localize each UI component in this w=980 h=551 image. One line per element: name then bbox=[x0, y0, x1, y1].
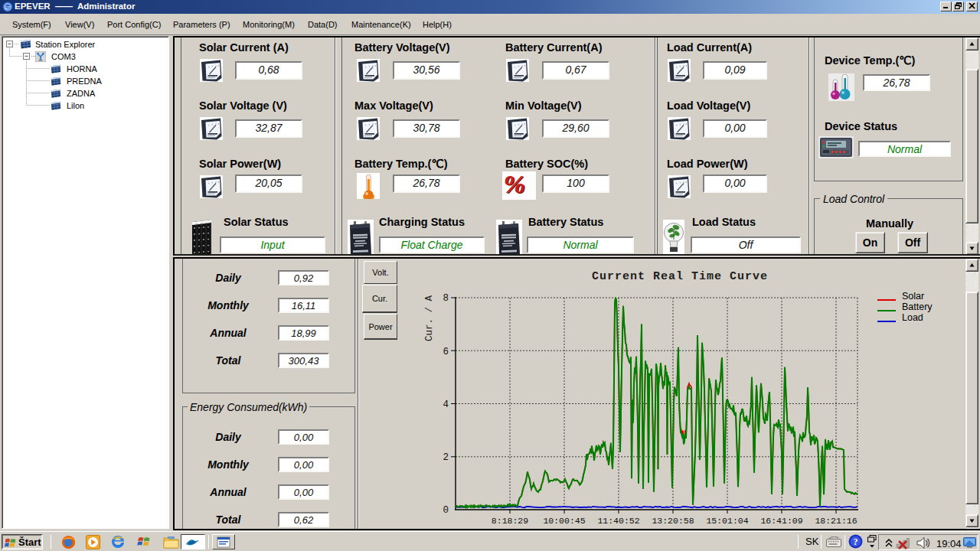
svg-text:16:41:09: 16:41:09 bbox=[760, 516, 802, 526]
svg-text:0: 0 bbox=[443, 505, 449, 516]
svg-text:18:21:16: 18:21:16 bbox=[815, 516, 857, 526]
svg-text:eP: eP bbox=[189, 540, 194, 545]
svg-text:4: 4 bbox=[443, 399, 449, 410]
svg-text:8: 8 bbox=[443, 293, 449, 304]
svg-text:8:18:29: 8:18:29 bbox=[492, 516, 528, 526]
svg-text:?: ? bbox=[854, 536, 858, 547]
svg-text:13:20:58: 13:20:58 bbox=[652, 516, 694, 526]
svg-text:6: 6 bbox=[443, 347, 449, 357]
svg-text:10:00:45: 10:00:45 bbox=[543, 516, 585, 526]
svg-text:2: 2 bbox=[443, 452, 449, 463]
svg-text:11:40:52: 11:40:52 bbox=[597, 516, 639, 526]
svg-text:15:01:04: 15:01:04 bbox=[706, 516, 748, 526]
svg-text:EP: EP bbox=[5, 5, 11, 10]
